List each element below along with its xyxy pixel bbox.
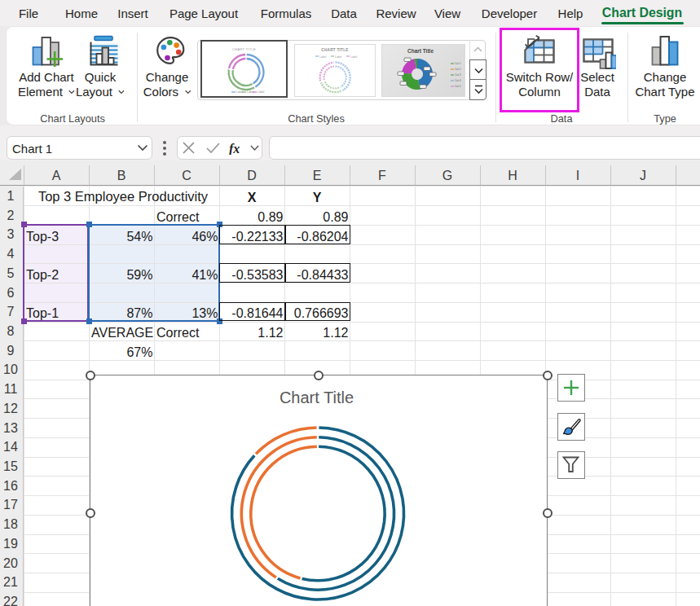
svg-text:Label: Label [258,90,265,94]
svg-text:Label: Label [319,55,327,59]
svg-text:Cat 4: Cat 4 [455,79,461,82]
svg-text:Label: Label [335,55,342,59]
svg-text:Cat 1: Cat 1 [455,62,461,65]
svg-text:Label: Label [236,90,244,94]
svg-text:Cat 3: Cat 3 [455,73,461,77]
svg-text:fx: fx [229,142,240,155]
svg-text:Cat 2: Cat 2 [455,68,461,71]
svg-text:CHART TITLE: CHART TITLE [321,48,348,52]
svg-text:Cat 5: Cat 5 [455,85,461,88]
svg-text:Label: Label [350,55,358,59]
svg-text:Label: Label [247,90,254,94]
svg-text:Chart Title: Chart Title [407,48,434,54]
